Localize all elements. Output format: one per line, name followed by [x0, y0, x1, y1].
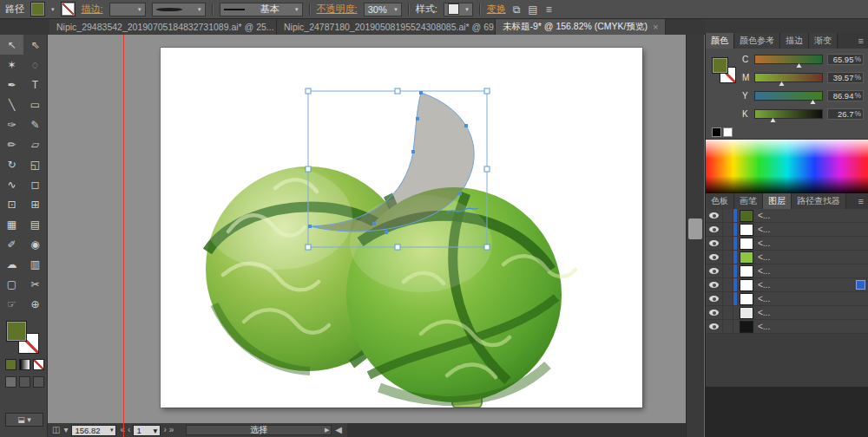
layer-label[interactable]: <...	[758, 238, 770, 248]
width-profile-dropdown[interactable]: ▾	[152, 3, 206, 16]
tab-gradient[interactable]: 渐变	[809, 33, 838, 49]
scale-tool[interactable]: ◱	[23, 154, 47, 174]
layer-row[interactable]: <...	[706, 209, 868, 223]
selection-indicator[interactable]	[857, 281, 865, 289]
cyan-value-field[interactable]: 65.95%	[827, 54, 864, 65]
layer-row[interactable]: <...	[706, 320, 868, 334]
layer-row[interactable]: <...	[706, 264, 868, 278]
layer-label[interactable]: <...	[758, 225, 770, 234]
magenta-slider[interactable]	[754, 73, 823, 82]
layer-row[interactable]: <...	[706, 251, 868, 264]
style-dropdown[interactable]: ▾	[444, 3, 473, 16]
line-tool[interactable]: ╲	[0, 95, 23, 114]
yellow-value-field[interactable]: 86.94%	[827, 90, 864, 101]
rectangle-tool[interactable]: ▭	[23, 95, 47, 114]
tab-swatches[interactable]: 色板	[706, 193, 734, 209]
color-spectrum[interactable]	[706, 139, 868, 193]
layer-label[interactable]: <...	[758, 322, 770, 331]
artboard[interactable]	[161, 48, 642, 408]
white-swatch[interactable]	[723, 127, 733, 137]
rotate-tool[interactable]: ↻	[0, 154, 23, 174]
pencil-tool[interactable]: ✎	[23, 114, 47, 134]
eye-icon[interactable]	[706, 237, 723, 250]
eyedropper-tool[interactable]: ✐	[0, 234, 23, 254]
selection-tool[interactable]: ↖	[0, 35, 23, 55]
zoom-field[interactable]: 156.82▾	[71, 425, 116, 436]
eye-icon[interactable]	[706, 292, 723, 305]
layer-label[interactable]: <...	[758, 280, 770, 290]
color-button[interactable]	[5, 359, 16, 370]
eye-icon[interactable]	[706, 264, 723, 277]
last-artboard-icon[interactable]: »	[169, 426, 174, 434]
symbol-sprayer-tool[interactable]: ☁	[0, 254, 23, 274]
layer-row-selected[interactable]: <...	[706, 278, 868, 292]
tab-color-guide[interactable]: 颜色参考	[734, 33, 780, 49]
screen-mode-button[interactable]: ⬓ ▾	[5, 413, 43, 427]
eraser-tool[interactable]: ▱	[23, 134, 47, 154]
pen-tool[interactable]: ✒	[0, 75, 23, 95]
yellow-slider[interactable]	[754, 91, 823, 101]
previous-artboard-icon[interactable]: ‹	[128, 426, 130, 434]
eye-icon[interactable]	[706, 223, 723, 236]
next-artboard-icon[interactable]: ›	[163, 426, 166, 434]
isolate-selection-icon[interactable]: ⧉	[512, 4, 522, 15]
tab-stroke[interactable]: 描边	[780, 33, 809, 49]
opacity-dropdown[interactable]: 30%▾	[364, 3, 402, 16]
canvas-scrollbar-track[interactable]	[686, 35, 705, 437]
free-transform-tool[interactable]: ◻	[23, 174, 47, 194]
cyan-slider-thumb[interactable]	[796, 63, 801, 68]
layer-label[interactable]: <...	[758, 294, 770, 303]
horizontal-scrollbar-track[interactable]	[347, 423, 686, 437]
tab-brushes[interactable]: 画笔	[734, 193, 763, 209]
layer-label[interactable]: <...	[758, 211, 770, 220]
panel-menu-icon[interactable]: ≡	[854, 193, 868, 209]
status-arrow-icon[interactable]: ▶	[325, 427, 329, 434]
paintbrush-tool[interactable]: ✑	[0, 114, 23, 134]
blend-tool[interactable]: ◉	[23, 234, 47, 254]
layer-label[interactable]: <...	[758, 266, 770, 276]
layer-row[interactable]: <...	[706, 223, 868, 237]
perspective-grid-tool[interactable]: ⊞	[23, 194, 47, 214]
blob-brush-tool[interactable]: ✏	[0, 134, 23, 154]
column-graph-tool[interactable]: ▥	[23, 254, 47, 274]
draw-inside-button[interactable]	[33, 376, 44, 388]
layer-row[interactable]: <...	[706, 292, 868, 306]
panel-menu-icon[interactable]: ≡	[854, 33, 868, 49]
artboard-number-field[interactable]: 1▾	[133, 425, 161, 436]
width-tool[interactable]: ∿	[0, 174, 23, 194]
black-slider-thumb[interactable]	[770, 118, 775, 122]
stroke-color-swatch[interactable]	[61, 2, 76, 16]
document-tab-3-active[interactable]: 未标题-9* @ 156.82% (CMYK/预览) ×	[496, 19, 666, 35]
canvas[interactable]	[48, 35, 686, 423]
slice-tool[interactable]: ✂	[23, 274, 47, 294]
none-button[interactable]	[33, 359, 44, 370]
type-tool[interactable]: T	[23, 75, 47, 95]
zoom-tool[interactable]: ⊕	[23, 294, 47, 314]
status-dropdown-icon[interactable]: ▾	[63, 426, 68, 434]
gradient-tool[interactable]: ▤	[23, 214, 47, 234]
shape-builder-tool[interactable]: ⊡	[0, 194, 23, 214]
transform-link[interactable]: 变换	[487, 3, 506, 16]
yellow-slider-thumb[interactable]	[810, 100, 815, 104]
mesh-tool[interactable]: ▦	[0, 214, 23, 234]
draw-normal-button[interactable]	[5, 376, 16, 388]
vertical-scrollbar-thumb[interactable]	[688, 218, 702, 239]
cyan-slider[interactable]	[754, 55, 823, 64]
fill-dropdown-arrow[interactable]: ▾	[51, 6, 55, 13]
tab-pathfinder[interactable]: 路径查找器	[792, 193, 846, 209]
tab-layers[interactable]: 图层	[763, 193, 792, 209]
status-menu-icon[interactable]: ◫	[52, 426, 60, 434]
stroke-link[interactable]: 描边:	[82, 3, 103, 16]
eye-icon[interactable]	[706, 251, 723, 264]
stroke-weight-dropdown[interactable]: ▾	[109, 3, 146, 16]
toolbar-fill-swatch[interactable]	[6, 321, 27, 342]
black-slider[interactable]	[754, 109, 823, 119]
close-icon[interactable]: ×	[653, 22, 658, 32]
guide-line-right[interactable]	[704, 35, 705, 437]
document-tab-1[interactable]: Nipic_29483542_20190705184832731089.ai* …	[49, 19, 277, 35]
layer-row[interactable]: <...	[706, 306, 868, 320]
document-tab-2[interactable]: Nipic_24787180_20190508195524308085.ai* …	[277, 19, 496, 35]
black-swatch[interactable]	[712, 127, 721, 137]
lasso-tool[interactable]: ◌	[23, 55, 47, 75]
align-panel-icon[interactable]: ▤	[527, 4, 538, 15]
